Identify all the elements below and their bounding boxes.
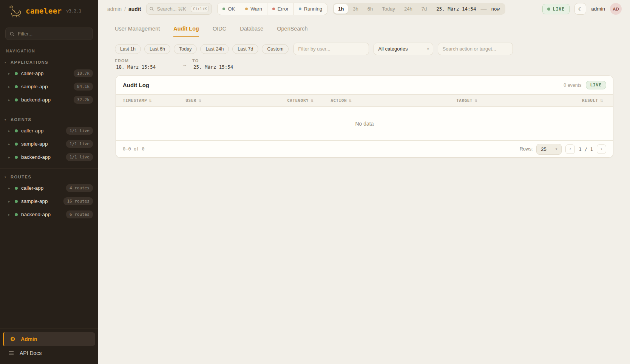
status-filter-running[interactable]: Running bbox=[293, 3, 327, 15]
tab-oidc[interactable]: OIDC bbox=[213, 26, 226, 37]
status-dot bbox=[15, 200, 18, 203]
from-to-range: FROM 18. März 15:54 → TO 25. März 15:54 bbox=[115, 58, 613, 70]
sidebar-filter-input[interactable]: Filter... bbox=[5, 28, 93, 40]
status-dot bbox=[15, 156, 18, 159]
next-page-button[interactable]: › bbox=[597, 144, 606, 154]
time-range-6h[interactable]: 6h bbox=[363, 4, 377, 14]
tab-database[interactable]: Database bbox=[240, 26, 263, 37]
action-search-placeholder: Search action or target... bbox=[442, 46, 496, 52]
time-range-3h[interactable]: 3h bbox=[349, 4, 362, 14]
chip-today[interactable]: Today bbox=[174, 44, 197, 54]
chip-last-6h[interactable]: Last 6h bbox=[144, 44, 170, 54]
sidebar-item-agents-caller-app[interactable]: ▸ caller-app 1/1 live bbox=[0, 124, 98, 137]
rows-per-page-select[interactable]: 25 ▾ bbox=[536, 144, 562, 155]
audit-log-card: Audit Log 0 events LIVE TIMESTAMP ⇅ USER… bbox=[116, 75, 613, 158]
item-label: backend-app bbox=[21, 97, 51, 103]
sidebar-item-applications-backend-app[interactable]: ▸ backend-app 32.2k bbox=[0, 93, 98, 106]
tab-audit-log[interactable]: Audit Log bbox=[173, 26, 199, 37]
navigation-label: NAVIGATION bbox=[0, 44, 98, 54]
chip-last-7d[interactable]: Last 7d bbox=[232, 44, 258, 54]
section-header-applications[interactable]: ▾ APPLICATIONS bbox=[0, 58, 98, 67]
arrow-right-icon: → bbox=[182, 58, 192, 68]
chevron-down-icon: ▾ bbox=[556, 147, 557, 151]
status-dot bbox=[15, 143, 18, 146]
admin-label: Admin bbox=[21, 336, 37, 342]
topbar-right: LIVE ☾ admin AD bbox=[542, 3, 622, 15]
section-title: APPLICATIONS bbox=[11, 60, 48, 65]
sidebar-item-api-docs[interactable]: API Docs bbox=[3, 347, 95, 359]
category-select[interactable]: All categories ▾ bbox=[374, 43, 433, 55]
item-label: caller-app bbox=[21, 71, 43, 76]
sidebar-item-routes-backend-app[interactable]: ▸ backend-app 6 routes bbox=[0, 208, 98, 221]
tab-user-management[interactable]: User Management bbox=[115, 26, 160, 37]
sidebar: cameleer v3.2.1 Filter... NAVIGATION ▾ A… bbox=[0, 0, 98, 364]
sidebar-item-agents-sample-app[interactable]: ▸ sample-app 1/1 live bbox=[0, 137, 98, 151]
sidebar-item-applications-sample-app[interactable]: ▸ sample-app 84.1k bbox=[0, 80, 98, 93]
filter-by-user-input[interactable]: Filter by user... bbox=[293, 43, 369, 55]
time-range-7d[interactable]: 7d bbox=[417, 4, 431, 14]
global-search-input[interactable]: Search... ⌘K Ctrl+K bbox=[146, 3, 212, 15]
chevron-left-icon: ‹ bbox=[570, 146, 571, 152]
from-value[interactable]: 18. März 15:54 bbox=[115, 64, 182, 70]
datetime-dash: — bbox=[480, 6, 488, 12]
chevron-down-icon: ▾ bbox=[427, 47, 429, 51]
action-target-search-input[interactable]: Search action or target... bbox=[438, 43, 513, 55]
user-filter-placeholder: Filter by user... bbox=[298, 46, 330, 52]
empty-state: No data bbox=[116, 107, 613, 140]
live-status-badge[interactable]: LIVE bbox=[542, 4, 570, 14]
to-value[interactable]: 25. März 15:54 bbox=[192, 64, 259, 70]
section-header-agents[interactable]: ▾ AGENTS bbox=[0, 115, 98, 124]
item-label: sample-app bbox=[21, 141, 48, 147]
chevron-right-icon: ▸ bbox=[8, 186, 11, 190]
ok-dot-icon bbox=[222, 8, 225, 10]
item-count-badge: 6 routes bbox=[66, 210, 93, 218]
now-label: now bbox=[488, 6, 504, 12]
status-filter-warn[interactable]: Warn bbox=[240, 3, 267, 15]
sort-icon: ⇅ bbox=[600, 99, 603, 103]
column-header-user[interactable]: USER ⇅ bbox=[185, 98, 287, 103]
moon-icon: ☾ bbox=[578, 6, 583, 12]
column-label: RESULT bbox=[582, 98, 598, 103]
column-header-action[interactable]: ACTION ⇅ bbox=[330, 98, 456, 103]
item-label: sample-app bbox=[21, 198, 48, 204]
sidebar-item-admin[interactable]: ⚙ Admin bbox=[3, 332, 95, 346]
chip-last-1h[interactable]: Last 1h bbox=[115, 44, 141, 54]
error-dot-icon bbox=[272, 8, 275, 10]
time-range-today[interactable]: Today bbox=[378, 4, 399, 14]
no-data-text: No data bbox=[355, 121, 374, 127]
theme-toggle-button[interactable]: ☾ bbox=[574, 3, 586, 15]
breadcrumb-parent[interactable]: admin bbox=[107, 6, 122, 12]
column-header-timestamp[interactable]: TIMESTAMP ⇅ bbox=[123, 98, 185, 103]
status-label: OK bbox=[228, 6, 235, 12]
section-header-routes[interactable]: ▾ ROUTES bbox=[0, 172, 98, 181]
column-header-result[interactable]: RESULT ⇅ bbox=[582, 98, 606, 103]
chevron-right-icon: ▸ bbox=[8, 200, 11, 203]
from-label: FROM bbox=[115, 58, 182, 63]
column-header-target[interactable]: TARGET ⇅ bbox=[456, 98, 582, 103]
chip-last-24h[interactable]: Last 24h bbox=[200, 44, 229, 54]
tab-opensearch[interactable]: OpenSearch bbox=[277, 26, 307, 37]
breadcrumb: admin / audit bbox=[107, 6, 141, 12]
avatar[interactable]: AD bbox=[610, 3, 622, 15]
column-header-category[interactable]: CATEGORY ⇅ bbox=[287, 98, 330, 103]
live-dot-icon bbox=[547, 8, 550, 11]
chevron-down-icon: ▾ bbox=[5, 175, 6, 179]
time-range-1h[interactable]: 1h bbox=[334, 4, 348, 14]
item-count-badge: 4 routes bbox=[66, 184, 93, 192]
item-count-badge: 16 routes bbox=[63, 197, 93, 205]
sidebar-item-routes-caller-app[interactable]: ▸ caller-app 4 routes bbox=[0, 181, 98, 195]
sidebar-item-agents-backend-app[interactable]: ▸ backend-app 1/1 live bbox=[0, 151, 98, 164]
chevron-down-icon: ▾ bbox=[5, 118, 6, 121]
item-count-badge: 32.2k bbox=[74, 96, 93, 104]
rows-value: 25 bbox=[541, 146, 546, 152]
search-placeholder: Search... ⌘K bbox=[157, 6, 188, 12]
status-filter-ok[interactable]: OK bbox=[218, 3, 240, 15]
time-range-24h[interactable]: 24h bbox=[400, 4, 417, 14]
sidebar-item-applications-caller-app[interactable]: ▸ caller-app 10.7k bbox=[0, 67, 98, 80]
status-filter-error[interactable]: Error bbox=[267, 3, 293, 15]
prev-page-button[interactable]: ‹ bbox=[565, 144, 575, 154]
brand-version: v3.2.1 bbox=[66, 9, 82, 14]
card-footer: 0–0 of 0 Rows: 25 ▾ ‹ 1 / 1 › bbox=[116, 140, 613, 157]
chip-custom[interactable]: Custom bbox=[262, 44, 289, 54]
sidebar-item-routes-sample-app[interactable]: ▸ sample-app 16 routes bbox=[0, 195, 98, 208]
